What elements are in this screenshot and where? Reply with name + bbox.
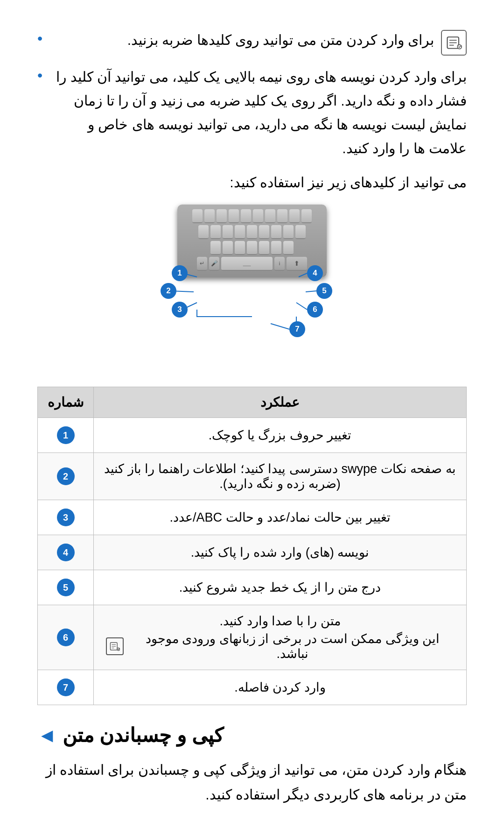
bullet-dot-2: • — [37, 67, 42, 84]
callout-7: 7 — [289, 321, 305, 337]
callout-1: 1 — [172, 265, 188, 281]
page-container: برای وارد کردن متن می توانید روی کلیدها … — [0, 0, 504, 827]
num-badge-6: 6 — [57, 629, 75, 646]
bullet-dot-1: • — [37, 30, 42, 47]
bullet-item-2: برای وارد کردن نویسه های روی نیمه بالایی… — [37, 65, 467, 160]
table-cell-function-4: نویسه (های) وارد شده را پاک کنید. — [94, 535, 467, 570]
callout-3: 3 — [172, 302, 188, 318]
table-row: وارد کردن فاصله. 7 — [38, 670, 467, 705]
table-cell-function-1: تغییر حروف بزرگ یا کوچک. — [94, 418, 467, 453]
table-row: به صفحه نکات swype دسترسی پیدا کنید؛ اطل… — [38, 453, 467, 500]
table-row: نویسه (های) وارد شده را پاک کنید. 4 — [38, 535, 467, 570]
num-badge-3: 3 — [57, 509, 75, 526]
table-row: متن را با صدا وارد کنید. این ویژگی ممکن … — [38, 605, 467, 670]
keyboard-diagram: ⬆ i ___ 🎤 ↵ — [37, 200, 467, 368]
table-cell-num-5: 5 — [38, 570, 94, 605]
inline-note-icon-6 — [106, 637, 124, 655]
num-badge-1: 1 — [57, 426, 75, 444]
function-table: عملکرد شماره تغییر حروف بزرگ یا کوچک. 1 … — [37, 387, 467, 705]
callout-4: 4 — [307, 265, 323, 281]
table-header-number: شماره — [38, 387, 94, 418]
table-cell-num-2: 2 — [38, 453, 94, 500]
bullet-text-2: برای وارد کردن نویسه های روی نیمه بالایی… — [49, 65, 467, 160]
table-cell-num-6: 6 — [38, 605, 94, 670]
section-body: هنگام وارد کردن متن، می توانید از ویژگی … — [37, 758, 467, 807]
table-cell-function-7: وارد کردن فاصله. — [94, 670, 467, 705]
usage-note: می توانید از کلیدهای زیر نیز استفاده کنی… — [37, 174, 467, 191]
bullet-text-1: برای وارد کردن متن می توانید روی کلیدها … — [49, 28, 434, 52]
table-cell-num-4: 4 — [38, 535, 94, 570]
num-badge-5: 5 — [57, 579, 75, 596]
table-header-function: عملکرد — [94, 387, 467, 418]
table-cell-function-5: درج متن را از یک خط جدید شروع کنید. — [94, 570, 467, 605]
bullet-item-1: برای وارد کردن متن می توانید روی کلیدها … — [37, 28, 467, 56]
section-title-arrow: ◄ — [37, 724, 57, 747]
num-badge-7: 7 — [57, 679, 75, 696]
svg-line-10 — [296, 303, 307, 310]
svg-line-9 — [306, 291, 316, 292]
callout-2: 2 — [161, 283, 176, 299]
bullet-section: برای وارد کردن متن می توانید روی کلیدها … — [37, 28, 467, 160]
table-row: درج متن را از یک خط جدید شروع کنید. 5 — [38, 570, 467, 605]
svg-line-11 — [271, 324, 289, 329]
num-badge-4: 4 — [57, 544, 75, 561]
callout-6: 6 — [307, 302, 323, 318]
note-icon-1 — [441, 30, 467, 56]
table-cell-num-7: 7 — [38, 670, 94, 705]
section-title-text: کپی و چسباندن متن — [63, 724, 224, 747]
table-cell-function-2: به صفحه نکات swype دسترسی پیدا کنید؛ اطل… — [94, 453, 467, 500]
table-cell-function-6: متن را با صدا وارد کنید. این ویژگی ممکن … — [94, 605, 467, 670]
callout-5: 5 — [316, 283, 332, 299]
table-cell-num-3: 3 — [38, 500, 94, 535]
section-title: کپی و چسباندن متن ◄ — [37, 724, 467, 747]
table-row: تغییر بین حالت نماد/عدد و حالت ABC/عدد. … — [38, 500, 467, 535]
table-row: تغییر حروف بزرگ یا کوچک. 1 — [38, 418, 467, 453]
table-cell-function-3: تغییر بین حالت نماد/عدد و حالت ABC/عدد. — [94, 500, 467, 535]
table-cell-num-1: 1 — [38, 418, 94, 453]
num-badge-2: 2 — [57, 467, 75, 485]
